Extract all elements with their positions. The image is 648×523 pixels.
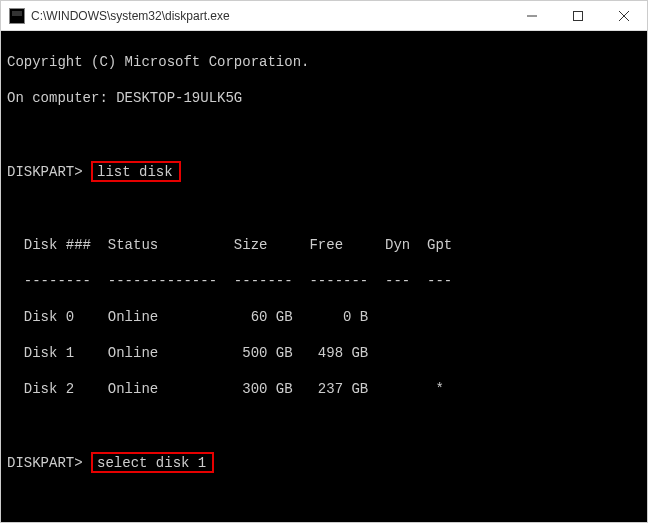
maximize-button[interactable] [555, 1, 601, 30]
window-controls [509, 1, 647, 30]
command-list-disk: list disk [91, 161, 181, 182]
prompt: DISKPART> [7, 455, 83, 471]
disk-table-row: Disk 1 Online 500 GB 498 GB [7, 344, 641, 362]
svg-rect-1 [574, 11, 583, 20]
minimize-button[interactable] [509, 1, 555, 30]
console-line [7, 200, 641, 218]
disk-table-header: Disk ### Status Size Free Dyn Gpt [7, 236, 641, 254]
app-icon [9, 8, 25, 24]
console-output[interactable]: Copyright (C) Microsoft Corporation. On … [1, 31, 647, 522]
prompt: DISKPART> [7, 164, 83, 180]
console-line [7, 416, 641, 434]
disk-table-divider: -------- ------------- ------- ------- -… [7, 272, 641, 290]
console-line: DISKPART> list disk [7, 161, 641, 182]
console-line: On computer: DESKTOP-19ULK5G [7, 89, 641, 107]
console-line: Copyright (C) Microsoft Corporation. [7, 53, 641, 71]
disk-table-row: Disk 2 Online 300 GB 237 GB * [7, 380, 641, 398]
console-line: DISKPART> select disk 1 [7, 452, 641, 473]
console-line [7, 125, 641, 143]
titlebar: C:\WINDOWS\system32\diskpart.exe [1, 1, 647, 31]
console-line [7, 491, 641, 509]
window-title: C:\WINDOWS\system32\diskpart.exe [31, 9, 509, 23]
close-button[interactable] [601, 1, 647, 30]
disk-table-row: Disk 0 Online 60 GB 0 B [7, 308, 641, 326]
command-select-disk: select disk 1 [91, 452, 214, 473]
